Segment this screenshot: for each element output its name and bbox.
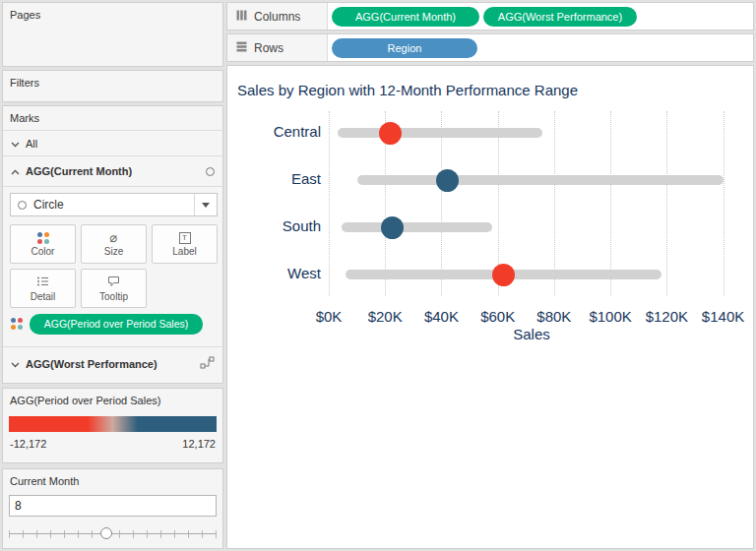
marks-label: Marks (10, 112, 39, 124)
tooltip-icon (107, 276, 120, 289)
chart-title: Sales by Region with 12-Month Performanc… (237, 82, 578, 98)
gridline (554, 111, 555, 296)
size-icon: ⌀ (110, 232, 118, 244)
pill-region[interactable]: Region (332, 38, 477, 58)
pages-label: Pages (10, 9, 40, 21)
gridline (666, 111, 667, 296)
current-month-dot[interactable] (492, 264, 515, 286)
row-header: South (230, 217, 321, 234)
circle-mark-type-icon (206, 167, 215, 176)
current-month-dot[interactable] (379, 122, 402, 145)
mark-type-value: Circle (33, 198, 64, 212)
current-month-dot[interactable] (381, 216, 404, 239)
parameter-slider[interactable] (9, 526, 217, 542)
gridline (441, 111, 442, 296)
gridline (724, 111, 724, 296)
row-header: East (230, 170, 321, 187)
marks-all-label: All (26, 138, 37, 150)
gridline (329, 111, 330, 296)
row-header: West (230, 265, 321, 281)
chevron-up-icon[interactable] (11, 165, 20, 177)
tableau-workbook: Pages Filters Marks All AGG(Current Mont… (0, 0, 756, 551)
circle-mark-icon (18, 201, 27, 210)
color-encoding-icon (11, 318, 23, 330)
current-month-dot[interactable] (436, 169, 459, 192)
marks-worst-performance-row[interactable]: AGG(Worst Performance) (3, 346, 222, 380)
parameter-card: Current Month (2, 468, 223, 549)
marks-current-month-label: AGG(Current Month) (26, 165, 132, 177)
rows-pill-area[interactable]: Region (328, 34, 753, 61)
range-bar[interactable] (357, 175, 724, 185)
color-encoding-row: AGG(Period over Period Sales) (11, 311, 203, 337)
gridline (610, 111, 611, 296)
pill-agg-worst-performance[interactable]: AGG(Worst Performance) (483, 7, 637, 27)
marks-buttons: Color ⌀ Size T Label (10, 224, 218, 308)
rows-shelf-label-area: Rows (227, 34, 328, 61)
label-button[interactable]: T Label (152, 224, 218, 264)
rows-shelf[interactable]: Rows Region (226, 33, 754, 62)
columns-shelf-label: Columns (254, 10, 300, 24)
chevron-down-icon[interactable] (11, 358, 20, 370)
slider-ticks (9, 530, 217, 538)
plot-area: $0K$20K$40K$60K$80K$100K$120K$140KCentra… (329, 111, 734, 296)
chevron-down-icon[interactable] (11, 138, 20, 150)
size-button[interactable]: ⌀ Size (81, 224, 147, 264)
marks-current-month-row[interactable]: AGG(Current Month) (3, 155, 222, 187)
parameter-value-input[interactable] (9, 495, 217, 517)
color-legend-title: AGG(Period over Period Sales) (10, 395, 160, 406)
slider-track[interactable] (9, 533, 217, 534)
color-legend-gradient[interactable] (9, 416, 217, 432)
columns-icon (236, 10, 247, 24)
size-button-label: Size (104, 246, 123, 257)
x-axis-title: Sales (329, 326, 734, 342)
rows-shelf-label: Rows (254, 41, 284, 55)
parameter-title: Current Month (10, 475, 79, 487)
color-button[interactable]: Color (10, 224, 76, 264)
color-encoding-pill[interactable]: AGG(Period over Period Sales) (30, 314, 203, 335)
columns-pill-area[interactable]: AGG(Current Month) AGG(Worst Performance… (328, 3, 753, 30)
marks-worst-performance-label: AGG(Worst Performance) (26, 358, 158, 370)
color-button-label: Color (32, 246, 55, 257)
multiple-mark-types-icon (200, 356, 215, 371)
range-bar[interactable] (342, 222, 492, 232)
label-button-label: Label (172, 246, 196, 257)
color-legend-min: -12,172 (10, 438, 46, 450)
x-tick-label: $140K (684, 308, 756, 325)
marks-all-row[interactable]: All (3, 130, 222, 155)
dropdown-caret-icon[interactable] (194, 194, 217, 215)
tooltip-button[interactable]: Tooltip (81, 269, 147, 308)
pages-shelf[interactable]: Pages (2, 2, 223, 67)
color-legend-card: AGG(Period over Period Sales) -12,172 12… (2, 388, 223, 463)
range-bar[interactable] (338, 128, 543, 138)
label-icon: T (179, 232, 191, 244)
pill-agg-current-month[interactable]: AGG(Current Month) (332, 7, 479, 27)
mark-type-dropdown[interactable]: Circle (10, 193, 218, 216)
color-legend-max: 12,172 (182, 438, 216, 450)
detail-button-label: Detail (31, 291, 56, 302)
worksheet-view: Sales by Region with 12-Month Performanc… (226, 65, 754, 549)
detail-icon (36, 276, 49, 289)
columns-shelf-label-area: Columns (227, 3, 328, 30)
columns-shelf[interactable]: Columns AGG(Current Month) AGG(Worst Per… (226, 2, 754, 31)
detail-button[interactable]: Detail (10, 269, 76, 308)
filters-shelf[interactable]: Filters (2, 70, 223, 102)
color-icon (37, 232, 49, 244)
rows-icon (236, 41, 247, 55)
row-header: Central (230, 123, 321, 140)
marks-card: Marks All AGG(Current Month) Circle (2, 105, 223, 384)
tooltip-button-label: Tooltip (99, 291, 128, 302)
filters-label: Filters (10, 77, 39, 89)
